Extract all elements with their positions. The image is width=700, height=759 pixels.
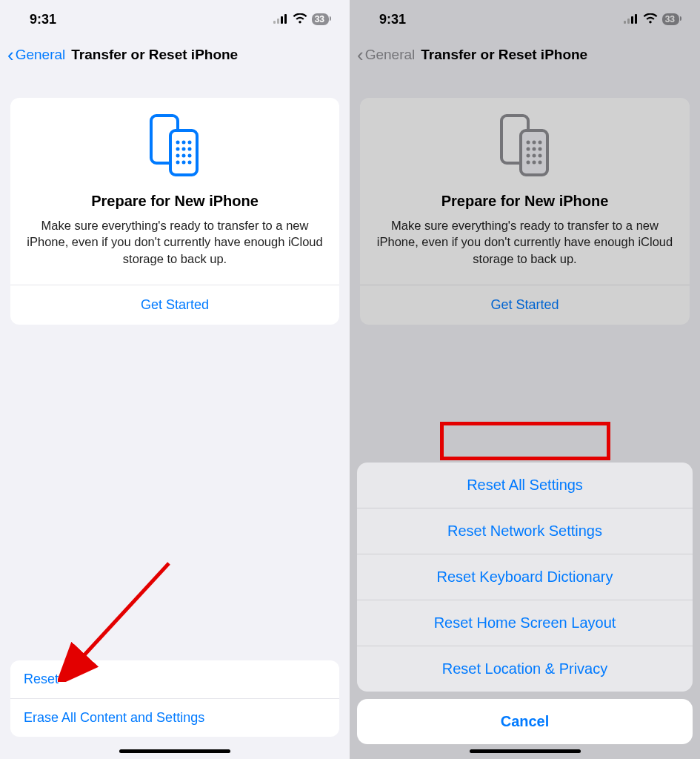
svg-point-28 [526, 148, 530, 151]
battery-icon: 33 [662, 13, 679, 25]
svg-point-15 [176, 161, 180, 165]
get-started-button[interactable]: Get Started [21, 285, 329, 325]
card-heading: Prepare for New iPhone [370, 193, 679, 210]
svg-rect-3 [284, 14, 287, 24]
svg-rect-19 [624, 21, 626, 24]
status-right: 33 [624, 12, 679, 27]
get-started-button[interactable]: Get Started [370, 285, 679, 325]
svg-rect-1 [277, 19, 279, 24]
svg-point-16 [182, 161, 186, 165]
svg-point-32 [532, 154, 536, 158]
back-label: General [16, 47, 66, 63]
status-bar: 9:31 33 [350, 0, 700, 39]
svg-point-12 [176, 154, 180, 158]
cellular-icon [624, 12, 639, 27]
svg-point-35 [532, 161, 536, 165]
transfer-devices-icon [370, 114, 679, 181]
svg-point-7 [182, 141, 186, 145]
svg-point-31 [526, 154, 530, 158]
screenshot-left: 9:31 33 ‹ General Transfer or Reset iPho… [0, 0, 350, 759]
reset-location-privacy[interactable]: Reset Location & Privacy [357, 646, 693, 692]
cancel-button[interactable]: Cancel [357, 699, 693, 744]
nav-bar: ‹ General Transfer or Reset iPhone [0, 39, 350, 71]
reset-home-screen-layout[interactable]: Reset Home Screen Layout [357, 600, 693, 646]
svg-point-10 [182, 148, 186, 151]
svg-point-33 [538, 154, 541, 158]
erase-row[interactable]: Erase All Content and Settings [10, 698, 339, 737]
prepare-card: Prepare for New iPhone Make sure everyth… [10, 98, 339, 325]
svg-rect-21 [631, 16, 633, 24]
svg-point-25 [526, 141, 530, 145]
reset-row[interactable]: Reset [10, 660, 339, 698]
svg-point-8 [188, 141, 192, 145]
svg-rect-22 [635, 14, 637, 24]
svg-rect-20 [627, 19, 630, 24]
svg-point-6 [176, 141, 180, 145]
chevron-left-icon: ‹ [7, 45, 14, 64]
svg-point-11 [188, 148, 192, 151]
svg-line-18 [80, 563, 169, 660]
svg-point-27 [538, 141, 541, 145]
svg-point-17 [188, 161, 192, 165]
svg-point-13 [182, 154, 186, 158]
reset-keyboard-dictionary[interactable]: Reset Keyboard Dictionary [357, 554, 693, 600]
chevron-left-icon: ‹ [357, 45, 364, 64]
page-title: Transfer or Reset iPhone [71, 47, 238, 63]
svg-rect-2 [281, 16, 283, 24]
action-sheet: Reset All Settings Reset Network Setting… [357, 463, 693, 744]
card-body: Make sure everything's ready to transfer… [21, 217, 329, 267]
screenshot-right: 9:31 33 ‹ General Transfer or Reset iPho… [350, 0, 700, 759]
page-title: Transfer or Reset iPhone [421, 47, 587, 63]
reset-all-settings[interactable]: Reset All Settings [357, 463, 693, 508]
home-indicator[interactable] [470, 749, 581, 753]
svg-point-30 [538, 148, 541, 151]
back-label: General [365, 47, 416, 63]
back-button[interactable]: ‹ General [357, 45, 415, 64]
status-right: 33 [273, 12, 329, 27]
card-heading: Prepare for New iPhone [21, 193, 329, 210]
transfer-devices-icon [21, 114, 329, 181]
wifi-icon [643, 12, 658, 27]
reset-network-settings[interactable]: Reset Network Settings [357, 508, 693, 554]
nav-bar: ‹ General Transfer or Reset iPhone [350, 39, 700, 71]
back-button[interactable]: ‹ General [7, 45, 65, 64]
prepare-card: Prepare for New iPhone Make sure everyth… [360, 98, 690, 325]
home-indicator[interactable] [119, 749, 230, 753]
status-time: 9:31 [379, 12, 406, 27]
reset-list: Reset Erase All Content and Settings [10, 660, 339, 737]
svg-point-9 [176, 148, 180, 151]
status-time: 9:31 [30, 12, 56, 27]
svg-point-34 [526, 161, 530, 165]
svg-rect-5 [170, 130, 197, 175]
battery-icon: 33 [312, 13, 329, 25]
status-bar: 9:31 33 [0, 0, 350, 39]
svg-rect-0 [273, 21, 276, 24]
svg-point-14 [188, 154, 192, 158]
svg-point-29 [532, 148, 536, 151]
card-body: Make sure everything's ready to transfer… [370, 217, 679, 267]
svg-rect-24 [521, 130, 547, 175]
highlight-annotation [440, 422, 610, 460]
svg-point-36 [538, 161, 541, 165]
cellular-icon [273, 12, 288, 27]
wifi-icon [293, 12, 307, 27]
action-sheet-group: Reset All Settings Reset Network Setting… [357, 463, 693, 692]
svg-point-26 [532, 141, 536, 145]
